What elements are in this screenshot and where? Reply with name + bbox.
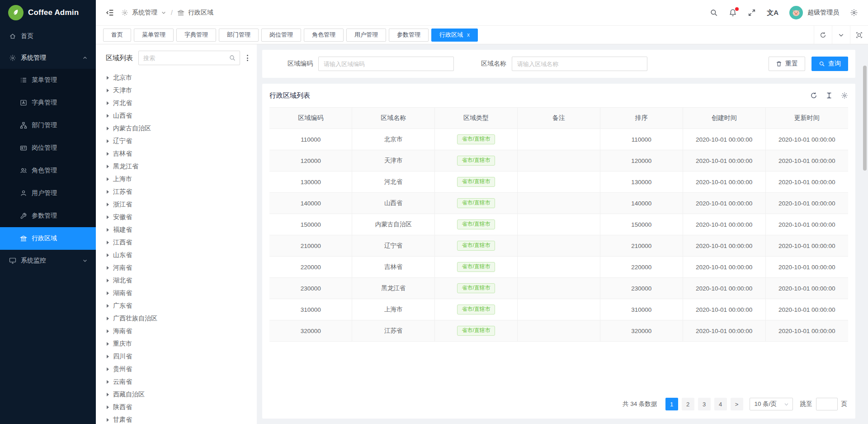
vertical-scrollbar[interactable] bbox=[863, 45, 867, 423]
tab-dept[interactable]: 部门管理 bbox=[219, 29, 259, 42]
tree-item[interactable]: 河北省 bbox=[102, 97, 250, 110]
next-page-button[interactable]: > bbox=[731, 398, 743, 410]
jump-page-input[interactable] bbox=[816, 398, 838, 410]
breadcrumb-menu[interactable]: 系统管理 bbox=[132, 9, 157, 17]
table-row[interactable]: 140000山西省省市/直辖市1400002020-10-01 00:00:00… bbox=[269, 193, 848, 214]
tab-role[interactable]: 角色管理 bbox=[304, 29, 344, 42]
caret-right-icon[interactable] bbox=[107, 393, 109, 396]
caret-right-icon[interactable] bbox=[107, 279, 109, 282]
caret-right-icon[interactable] bbox=[107, 367, 109, 371]
tree-item[interactable]: 四川省 bbox=[102, 350, 250, 363]
sidebar-collapse-icon[interactable] bbox=[106, 9, 114, 17]
tree-item[interactable]: 陕西省 bbox=[102, 401, 250, 414]
more-vertical-icon[interactable] bbox=[245, 53, 250, 63]
sidebar-item-menu-management[interactable]: 菜单管理 bbox=[0, 69, 96, 91]
fullscreen-icon[interactable] bbox=[748, 9, 756, 17]
caret-right-icon[interactable] bbox=[107, 127, 109, 130]
tree-item[interactable]: 重庆市 bbox=[102, 338, 250, 350]
caret-right-icon[interactable] bbox=[107, 190, 109, 194]
tree-search-input[interactable] bbox=[143, 55, 229, 62]
maximize-icon[interactable] bbox=[850, 26, 868, 44]
caret-right-icon[interactable] bbox=[107, 241, 109, 244]
sidebar-item-post-management[interactable]: 岗位管理 bbox=[0, 137, 96, 159]
caret-right-icon[interactable] bbox=[107, 317, 109, 320]
sidebar-item-dict-management[interactable]: 字典管理 bbox=[0, 91, 96, 114]
refresh-icon[interactable] bbox=[810, 92, 817, 99]
tab-region[interactable]: 行政区域x bbox=[431, 29, 478, 42]
scrollbar-thumb[interactable] bbox=[863, 66, 867, 171]
table-row[interactable]: 130000河北省省市/直辖市1300002020-10-01 00:00:00… bbox=[269, 172, 848, 193]
page-size-select[interactable]: 10 条/页 bbox=[750, 398, 793, 410]
sidebar-item-system-management[interactable]: 系统管理 bbox=[0, 47, 96, 69]
tab-home[interactable]: 首页 bbox=[103, 29, 131, 42]
tree-item[interactable]: 西藏自治区 bbox=[102, 388, 250, 401]
settings-gear-icon[interactable] bbox=[850, 9, 858, 17]
page-button-2[interactable]: 2 bbox=[682, 398, 694, 410]
tree-item[interactable]: 山西省 bbox=[102, 110, 250, 122]
sidebar-item-dept-management[interactable]: 部门管理 bbox=[0, 114, 96, 137]
sidebar-item-system-monitor[interactable]: 系统监控 bbox=[0, 250, 96, 272]
app-logo[interactable]: Coffee Admin bbox=[0, 0, 96, 25]
caret-right-icon[interactable] bbox=[107, 89, 109, 92]
caret-right-icon[interactable] bbox=[107, 215, 109, 219]
tree-item[interactable]: 贵州省 bbox=[102, 363, 250, 376]
region-code-input[interactable] bbox=[318, 57, 454, 71]
caret-right-icon[interactable] bbox=[107, 291, 109, 295]
sidebar-item-home[interactable]: 首页 bbox=[0, 25, 96, 47]
sidebar-item-param-management[interactable]: 参数管理 bbox=[0, 205, 96, 227]
tree-item[interactable]: 河南省 bbox=[102, 262, 250, 274]
tab-param[interactable]: 参数管理 bbox=[389, 29, 429, 42]
caret-right-icon[interactable] bbox=[107, 139, 109, 143]
caret-right-icon[interactable] bbox=[107, 266, 109, 270]
table-settings-gear-icon[interactable] bbox=[841, 92, 848, 99]
tab-user[interactable]: 用户管理 bbox=[346, 29, 386, 42]
tab-close-icon[interactable]: x bbox=[467, 32, 470, 38]
tree-item[interactable]: 天津市 bbox=[102, 84, 250, 97]
tree-item[interactable]: 海南省 bbox=[102, 325, 250, 338]
table-row[interactable]: 320000江苏省省市/直辖市3200002020-10-01 00:00:00… bbox=[269, 320, 848, 342]
query-button[interactable]: 查询 bbox=[811, 57, 848, 71]
tree-item[interactable]: 江苏省 bbox=[102, 186, 250, 198]
sidebar-item-admin-region[interactable]: 行政区域 bbox=[0, 227, 96, 250]
caret-right-icon[interactable] bbox=[107, 253, 109, 257]
caret-right-icon[interactable] bbox=[107, 405, 109, 409]
page-button-4[interactable]: 4 bbox=[714, 398, 727, 410]
tab-menu[interactable]: 菜单管理 bbox=[134, 29, 174, 42]
column-height-icon[interactable] bbox=[826, 92, 833, 99]
tree-item[interactable]: 广东省 bbox=[102, 300, 250, 312]
tree-item[interactable]: 山东省 bbox=[102, 249, 250, 262]
sidebar-item-role-management[interactable]: 角色管理 bbox=[0, 159, 96, 182]
tab-dict[interactable]: 字典管理 bbox=[176, 29, 216, 42]
tree-item[interactable]: 甘肃省 bbox=[102, 414, 250, 424]
region-name-input[interactable] bbox=[512, 57, 647, 71]
tree-item[interactable]: 辽宁省 bbox=[102, 135, 250, 148]
tree-item[interactable]: 江西省 bbox=[102, 236, 250, 249]
table-row[interactable]: 230000黑龙江省省市/直辖市2300002020-10-01 00:00:0… bbox=[269, 278, 848, 299]
reset-button[interactable]: 重置 bbox=[769, 57, 805, 71]
tree-item[interactable]: 上海市 bbox=[102, 173, 250, 186]
table-row[interactable]: 120000天津市省市/直辖市1200002020-10-01 00:00:00… bbox=[269, 150, 848, 172]
tree-item[interactable]: 福建省 bbox=[102, 224, 250, 236]
sidebar-item-user-management[interactable]: 用户管理 bbox=[0, 182, 96, 205]
caret-right-icon[interactable] bbox=[107, 76, 109, 80]
user-menu[interactable]: 超级管理员 bbox=[789, 6, 839, 19]
caret-right-icon[interactable] bbox=[107, 114, 109, 118]
caret-right-icon[interactable] bbox=[107, 342, 109, 346]
search-icon[interactable] bbox=[710, 9, 718, 17]
table-row[interactable]: 110000北京市省市/直辖市1100002020-10-01 00:00:00… bbox=[269, 129, 848, 150]
tree-item[interactable]: 北京市 bbox=[102, 71, 250, 84]
caret-right-icon[interactable] bbox=[107, 418, 109, 422]
refresh-icon[interactable] bbox=[814, 26, 832, 44]
tree-item[interactable]: 湖南省 bbox=[102, 287, 250, 300]
tree-item[interactable]: 浙江省 bbox=[102, 198, 250, 211]
tree-item[interactable]: 黑龙江省 bbox=[102, 160, 250, 173]
translate-icon[interactable]: 文A bbox=[767, 9, 778, 17]
caret-right-icon[interactable] bbox=[107, 355, 109, 358]
page-button-3[interactable]: 3 bbox=[698, 398, 711, 410]
tree-item[interactable]: 吉林省 bbox=[102, 148, 250, 160]
tab-options-chevron-icon[interactable] bbox=[832, 26, 850, 44]
caret-right-icon[interactable] bbox=[107, 177, 109, 181]
caret-right-icon[interactable] bbox=[107, 152, 109, 156]
page-button-1[interactable]: 1 bbox=[665, 398, 678, 410]
caret-right-icon[interactable] bbox=[107, 165, 109, 168]
